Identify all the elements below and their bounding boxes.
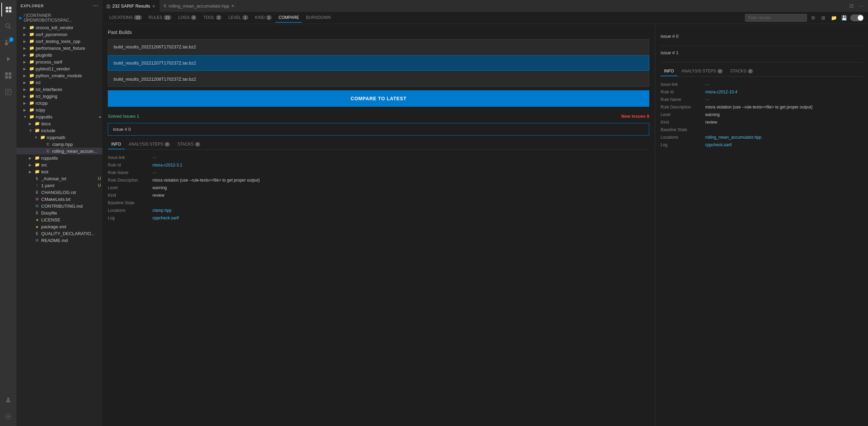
activity-run[interactable] xyxy=(1,52,15,66)
nav-tab-tool[interactable]: TOOL 2 xyxy=(201,13,224,23)
tree-item-performance[interactable]: ▶ 📁 performance_test_fixture xyxy=(16,45,102,51)
rule-id-link-right[interactable]: misra-c2012-10.4 xyxy=(705,90,737,94)
compare-to-latest-button[interactable]: COMPARE TO LATEST xyxy=(108,90,649,107)
tab-actions: ⊡ ··· xyxy=(847,0,868,12)
right-sub-tab-analysis[interactable]: ANALYSIS STEPS 0 xyxy=(678,67,726,76)
build-item-2[interactable]: build_results_20221207T170237Z.tar.bz2 xyxy=(108,55,649,71)
tree-item-rcl-logging[interactable]: ▶ 📁 rcl_logging xyxy=(16,93,102,100)
toggle-switch[interactable] xyxy=(850,14,864,21)
activity-extensions[interactable] xyxy=(1,69,15,82)
file-icon: ★ xyxy=(34,217,40,222)
tree-item-test[interactable]: ▶ 📁 test xyxy=(16,168,102,175)
more-actions-icon[interactable]: ··· xyxy=(857,2,865,10)
left-sub-tab-stacks[interactable]: STACKS 0 xyxy=(174,140,204,149)
folder-icon: 📁 xyxy=(29,45,34,51)
issue-card-0[interactable]: issue # 0 xyxy=(108,123,649,136)
left-sub-tab-info[interactable]: INFO xyxy=(108,140,125,149)
tree-item-python-cmake[interactable]: ▶ 📁 python_cmake_module xyxy=(16,72,102,79)
tree-item-osrf-testing[interactable]: ▶ 📁 osrf_testing_tools_cpp xyxy=(16,38,102,45)
tree-item-rcpputils[interactable]: ▼ 📁 rcpputils ● xyxy=(16,113,102,120)
chevron-icon: ▶ xyxy=(23,60,29,64)
locations-link-right[interactable]: rolling_mean_accumulator.hpp xyxy=(705,135,761,140)
save-icon[interactable]: 💾 xyxy=(840,14,848,22)
right-sub-tab-info[interactable]: INFO xyxy=(661,67,677,76)
chevron-icon: ▼ xyxy=(34,136,40,139)
right-sub-tab-stacks[interactable]: STACKS 0 xyxy=(727,67,757,76)
folder-icon: 📁 xyxy=(40,135,45,140)
nav-tab-kind[interactable]: KIND 1 xyxy=(252,13,275,23)
nav-tab-rules[interactable]: RULES 21 xyxy=(146,13,174,23)
tree-item-rcl-interfaces[interactable]: ▶ 📁 rcl_interfaces xyxy=(16,86,102,93)
file-icon: E xyxy=(34,210,40,216)
chevron-icon: ▶ xyxy=(23,26,29,30)
tree-item-src[interactable]: ▶ 📁 src xyxy=(16,161,102,168)
tab-sarif-results[interactable]: ◫ 232 SARIF Results × xyxy=(102,0,160,12)
issue-card-0-title: issue # 0 xyxy=(113,127,644,132)
tree-item-pybind11[interactable]: ▶ 📁 pybind11_vendor xyxy=(16,65,102,72)
tree-item-yaml[interactable]: ▶ ! 1.yaml U xyxy=(16,182,102,189)
tree-item-rclpy[interactable]: ▶ 📁 rclpy xyxy=(16,106,102,113)
rule-id-link-left[interactable]: misra-c2012-3.1 xyxy=(152,163,182,168)
activity-source-control[interactable]: 2 xyxy=(1,36,15,49)
filter-icon[interactable]: ⚙ xyxy=(809,14,817,22)
tree-item-rolling-mean[interactable]: ▶ C rolling_mean_accum... xyxy=(16,148,102,154)
layout-icon[interactable]: ⊞ xyxy=(819,14,827,22)
nav-tab-logs[interactable]: LOGS 6 xyxy=(175,13,199,23)
tree-item-pluginlib[interactable]: ▶ 📁 pluginlib xyxy=(16,51,102,58)
tree-item-license[interactable]: ▶ ★ LICENSE xyxy=(16,216,102,223)
tree-item-quality[interactable]: ▶ E QUALITY_DECLARATIO... xyxy=(16,230,102,237)
source-control-badge: 2 xyxy=(9,37,14,42)
tree-item-cmake[interactable]: ▶ M CMakeLists.txt xyxy=(16,196,102,203)
right-info-row-rule-name: Rule Name — xyxy=(661,96,863,103)
tree-item-clamp[interactable]: ▶ C clamp.hpp xyxy=(16,141,102,148)
tree-item-contributing[interactable]: ▶ M CONTRIBUTING.md xyxy=(16,203,102,209)
nav-tab-burndown[interactable]: BURNDOWN xyxy=(303,13,333,23)
tree-item-doxyfile[interactable]: ▶ E Doxyfile xyxy=(16,209,102,216)
left-sub-tab-analysis[interactable]: ANALYSIS STEPS 0 xyxy=(125,140,173,149)
activity-explorer[interactable] xyxy=(1,3,15,16)
build-item-3[interactable]: build_results_20221208T170237Z.tar.bz2 xyxy=(108,71,649,87)
filter-input[interactable] xyxy=(745,14,807,22)
nav-tab-locations[interactable]: LOCATIONS 33 xyxy=(106,13,145,23)
activity-settings[interactable] xyxy=(1,410,15,423)
left-sub-tabs: INFO ANALYSIS STEPS 0 STACKS 0 xyxy=(108,140,649,150)
tab-rolling-mean[interactable]: C rolling_mean_accumulator.hpp × xyxy=(160,0,239,12)
right-issue-1-title: issue # 1 xyxy=(661,50,863,55)
sidebar-more-icon[interactable]: ··· xyxy=(93,3,98,9)
tree-item-autosar[interactable]: ▶ E _Autosar_txt U xyxy=(16,175,102,182)
tree-item-orocos[interactable]: ▶ 📁 orocos_kdl_vendor xyxy=(16,24,102,31)
file-cpp-icon: C xyxy=(45,148,51,154)
tree-item-include[interactable]: ▼ 📁 include xyxy=(16,127,102,134)
tree-item-osrf-pycommon[interactable]: ▶ 📁 osrf_pycommon xyxy=(16,31,102,38)
tree-item-changelog[interactable]: ▶ E CHANGELOG.rst xyxy=(16,189,102,196)
nav-tab-compare[interactable]: COMPARE xyxy=(276,13,302,23)
tree-item-docs[interactable]: ▶ 📁 docs xyxy=(16,120,102,127)
activity-sarif[interactable] xyxy=(1,85,15,99)
tree-item-readme[interactable]: ▶ M README.md xyxy=(16,237,102,244)
log-link-left[interactable]: cppcheck.sarif xyxy=(152,216,179,220)
activity-bar: 2 xyxy=(0,0,16,426)
tree-item-package-xml[interactable]: ▶ ◈ package.xml xyxy=(16,223,102,230)
folder-icon-nav[interactable]: 📁 xyxy=(830,14,838,22)
folder-icon: 📁 xyxy=(29,100,34,106)
nav-tab-level[interactable]: LEVEL 1 xyxy=(226,13,251,23)
new-issues-label: New Issues 8 xyxy=(621,114,649,119)
activity-account[interactable] xyxy=(1,393,15,407)
build-item-1[interactable]: build_results_20221206T170237Z.tar.bz2 xyxy=(108,39,649,55)
tree-item-rcppmath[interactable]: ▼ 📁 rcppmath xyxy=(16,134,102,141)
activity-search[interactable] xyxy=(1,19,15,33)
log-link-right[interactable]: cppcheck.sarif xyxy=(705,142,732,147)
modified-badge: U xyxy=(98,183,101,188)
split-editor-icon[interactable]: ⊡ xyxy=(847,2,856,10)
tab-sarif-icon: ◫ xyxy=(106,4,110,9)
right-info-row-baseline: Baseline State xyxy=(661,126,863,134)
tree-item-rclcpp[interactable]: ▶ 📁 rclcpp xyxy=(16,100,102,106)
tab-sarif-close-icon[interactable]: × xyxy=(152,4,155,9)
locations-link-left[interactable]: clamp.hpp xyxy=(152,208,171,213)
file-yaml-icon: ! xyxy=(34,183,40,188)
folder-icon: 📁 xyxy=(34,162,40,168)
tree-item-rcl[interactable]: ▶ 📁 rcl xyxy=(16,79,102,86)
tab-rolling-close-icon[interactable]: × xyxy=(231,3,234,8)
tree-item-rcpputils2[interactable]: ▶ 📁 rcpputils xyxy=(16,154,102,161)
tree-item-process-sarif[interactable]: ▶ 📁 process_sarif xyxy=(16,58,102,65)
